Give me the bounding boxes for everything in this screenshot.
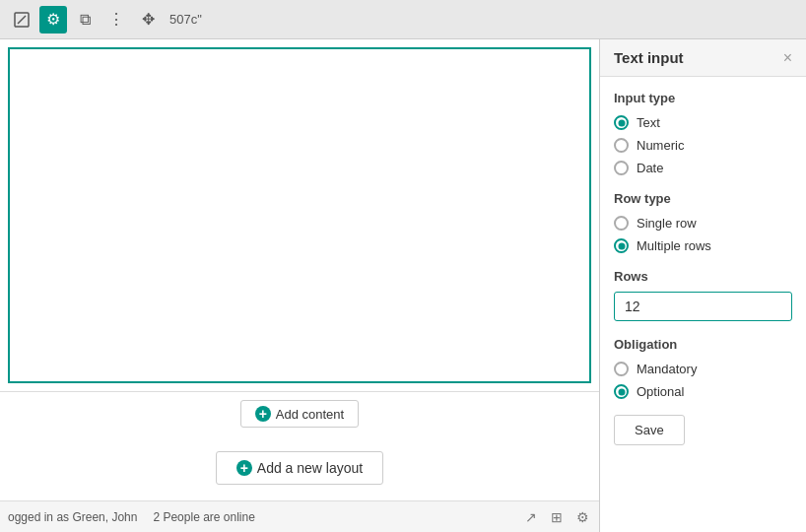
copy-btn[interactable]: ⧉ (71, 6, 99, 33)
row-type-label: Row type (614, 191, 792, 206)
share-icon[interactable]: ↗ (522, 508, 540, 526)
status-icons: ↗ ⊞ ⚙ (522, 508, 591, 526)
obligation-optional-label: Optional (637, 384, 684, 399)
move-btn[interactable]: ✥ (134, 6, 162, 33)
obligation-optional[interactable]: Optional (614, 384, 792, 399)
rows-section-label: Rows (614, 269, 792, 284)
status-bar: ogged in as Green, John 2 People are onl… (0, 500, 599, 532)
input-type-date-label: Date (637, 161, 663, 175)
input-type-label: Input type (614, 91, 792, 105)
obligation-mandatory-radio[interactable] (614, 362, 629, 376)
row-type-multiple-radio[interactable] (614, 238, 629, 253)
more-btn[interactable]: ⋮ (102, 6, 130, 33)
row-type-multiple[interactable]: Multiple rows (614, 238, 792, 253)
obligation-mandatory-label: Mandatory (637, 362, 697, 376)
obligation-label: Obligation (614, 337, 792, 352)
add-content-button[interactable]: + Add content (240, 400, 359, 428)
canvas-content (8, 47, 591, 383)
svg-line-1 (18, 16, 26, 24)
add-layout-button[interactable]: + Add a new layout (216, 451, 383, 485)
canvas-area: + Add content + Add a new layout ogged i… (0, 39, 599, 532)
more-icon: ⋮ (108, 10, 124, 29)
online-text: 2 People are online (153, 510, 254, 524)
edit-icon-btn[interactable] (8, 6, 35, 33)
right-panel: Text input × Input type Text Numeric Dat… (599, 39, 806, 532)
panel-header: Text input × (600, 39, 806, 77)
input-type-date[interactable]: Date (614, 161, 792, 175)
copy-icon: ⧉ (80, 11, 91, 29)
row-type-group: Single row Multiple rows (614, 216, 792, 253)
panel-title: Text input (614, 49, 684, 66)
input-type-group: Text Numeric Date (614, 115, 792, 175)
add-content-bar: + Add content (0, 391, 599, 435)
panel-close-button[interactable]: × (783, 50, 792, 66)
move-icon: ✥ (142, 10, 155, 29)
save-button[interactable]: Save (614, 415, 685, 445)
row-type-single-label: Single row (637, 216, 697, 231)
gear-btn[interactable]: ⚙ (39, 6, 67, 33)
input-type-date-radio[interactable] (614, 161, 629, 175)
plus-circle-layout-icon: + (236, 460, 252, 476)
add-content-label: Add content (276, 407, 344, 422)
obligation-optional-radio[interactable] (614, 384, 629, 399)
input-type-numeric-radio[interactable] (614, 138, 629, 153)
row-type-single-radio[interactable] (614, 216, 629, 231)
row-type-single[interactable]: Single row (614, 216, 792, 231)
toolbar: ⚙ ⧉ ⋮ ✥ 507c" (0, 0, 806, 39)
add-layout-area: + Add a new layout (0, 435, 599, 500)
panel-body: Input type Text Numeric Date Row type (600, 77, 806, 532)
grid-icon[interactable]: ⊞ (548, 508, 566, 526)
obligation-mandatory[interactable]: Mandatory (614, 362, 792, 376)
input-type-numeric[interactable]: Numeric (614, 138, 792, 153)
settings-circle-icon[interactable]: ⚙ (573, 508, 591, 526)
gear-icon: ⚙ (46, 10, 60, 29)
input-type-text[interactable]: Text (614, 115, 792, 130)
rows-input[interactable] (614, 292, 792, 321)
add-layout-label: Add a new layout (257, 460, 363, 476)
row-type-multiple-label: Multiple rows (637, 238, 711, 253)
plus-circle-icon: + (255, 406, 271, 422)
toolbar-title: 507c" (169, 12, 202, 27)
input-type-numeric-label: Numeric (637, 138, 684, 153)
logged-in-text: ogged in as Green, John (8, 510, 137, 524)
main-area: + Add content + Add a new layout ogged i… (0, 39, 806, 532)
input-type-text-label: Text (637, 115, 660, 130)
input-type-text-radio[interactable] (614, 115, 629, 130)
obligation-group: Mandatory Optional (614, 362, 792, 399)
